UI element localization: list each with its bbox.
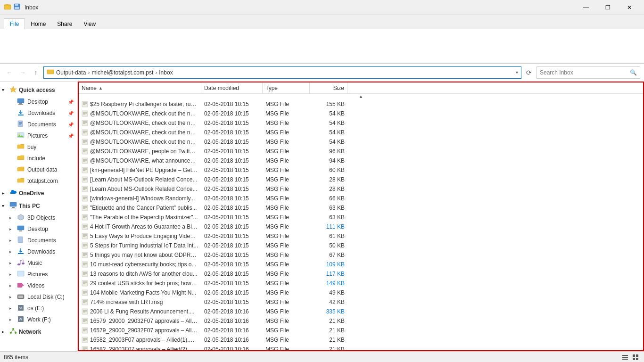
sidebar-item-include[interactable]: include — [6, 153, 77, 164]
svg-rect-160 — [622, 355, 628, 356]
sidebar-section-onedrive[interactable]: ▸ OneDrive — [0, 187, 77, 199]
address-dropdown-arrow[interactable]: ▾ — [516, 70, 518, 75]
table-row[interactable]: 4 Hot IT Growth Areas to Guarantee a Big… — [79, 222, 643, 231]
svg-rect-92 — [82, 224, 88, 230]
svg-rect-8 — [18, 104, 23, 105]
file-name: 104 Mobile Marketing Facts You Might N..… — [79, 288, 201, 297]
table-row[interactable]: 5 Steps for Turning Industrial IoT Data … — [79, 241, 643, 250]
sidebar-item-documents[interactable]: Documents 📌 — [6, 119, 77, 130]
table-row[interactable]: "The Parable of the Paperclip Maximizer"… — [79, 213, 643, 222]
col-header-size[interactable]: Size — [310, 82, 347, 94]
sidebar-item-totalpst[interactable]: totalpst.com — [6, 175, 77, 187]
sidebar-section-network[interactable]: ▸ Network — [0, 325, 77, 338]
svg-line-38 — [11, 330, 13, 332]
table-row[interactable]: $25 Raspberry Pi challenger is faster, r… — [79, 99, 643, 109]
tab-home[interactable]: Home — [25, 19, 51, 29]
network-label: Network — [19, 329, 41, 335]
ribbon: File Home Share View — [0, 15, 644, 64]
back-button[interactable]: ← — [4, 67, 15, 78]
tab-view[interactable]: View — [78, 19, 101, 29]
file-type: MSG File — [263, 109, 310, 118]
table-row[interactable]: [Learn About MS-Outlook Related Conce...… — [79, 175, 643, 184]
file-name: 4 Hot IT Growth Areas to Guarantee a Big… — [79, 222, 201, 231]
desktop2-label: Desktop — [27, 226, 48, 232]
sidebar-item-local-disk[interactable]: ▸ Local Disk (C:) — [6, 291, 77, 303]
table-row[interactable]: @MSOUTLOOKWARE, check out the noti... 02… — [79, 118, 643, 128]
sidebar-item-videos[interactable]: ▸ Videos — [6, 280, 77, 291]
file-name: [Learn About MS-Outlook Related Conce... — [79, 184, 201, 194]
path-folder-icon — [47, 68, 56, 77]
col-header-name[interactable]: Name ▲ — [79, 82, 201, 94]
sidebar-item-work-f[interactable]: ▸ W Work (F:) — [6, 314, 77, 325]
ribbon-bar — [0, 29, 644, 63]
os-e-label: os (E:) — [27, 305, 44, 312]
svg-rect-20 — [17, 226, 24, 230]
table-row[interactable]: 29 coolest USB sticks for tech pros; how… — [79, 279, 643, 288]
table-row[interactable]: [Learn About MS-Outlook Related Conce...… — [79, 184, 643, 194]
title-controls[interactable]: — ❒ ✕ — [575, 0, 640, 15]
tab-share[interactable]: Share — [51, 19, 78, 29]
table-row[interactable]: 16582_29003F07 approvals – Allied(1).msg… — [79, 335, 643, 345]
minimize-button[interactable]: — — [575, 0, 597, 15]
svg-point-15 — [18, 133, 20, 135]
refresh-button[interactable]: ⟳ — [523, 67, 535, 78]
table-row[interactable]: @MSOUTLOOKWARE, check out the noti... 02… — [79, 137, 643, 147]
table-row[interactable]: [windows-general-l] WIndows Randomly... … — [79, 194, 643, 203]
sidebar-item-downloads2[interactable]: ▸ Downloads — [6, 246, 77, 257]
sidebar-section-quick-access[interactable]: ▾ Quick access — [0, 83, 77, 96]
up-button[interactable]: ↑ — [30, 67, 41, 78]
breadcrumb-pst[interactable]: michel@totalpst.com.pst — [91, 69, 153, 76]
table-row[interactable]: @MSOUTLOOKWARE, check out the noti... 02… — [79, 109, 643, 118]
table-row[interactable]: [km-general-l] FileNet PE Upgrade – Gett… — [79, 165, 643, 175]
sidebar-item-pictures[interactable]: Pictures 📌 — [6, 130, 77, 141]
sidebar-item-desktop[interactable]: Desktop 📌 — [6, 96, 77, 107]
table-row[interactable]: 16582_29003F07 approvals – Allied(2).msg… — [79, 345, 643, 350]
forward-button[interactable]: → — [17, 67, 28, 78]
file-date: 02-05-2018 10:15 — [201, 175, 263, 184]
save-icon — [13, 3, 21, 12]
file-date: 02-05-2018 10:15 — [201, 260, 263, 269]
sidebar-item-documents2[interactable]: ▸ Documents — [6, 235, 77, 246]
file-date: 02-05-2018 10:15 — [201, 288, 263, 297]
view-details-button[interactable] — [620, 353, 630, 362]
close-button[interactable]: ✕ — [619, 0, 640, 15]
sidebar-item-outputdata[interactable]: Output-data — [6, 164, 77, 175]
sidebar-item-pictures2[interactable]: ▸ Pictures — [6, 269, 77, 280]
table-row[interactable]: 5 things you may not know about GDPR_...… — [79, 250, 643, 260]
table-row[interactable]: 714% increase with LRT.msg 02-05-2018 10… — [79, 297, 643, 307]
folder-include-icon — [17, 154, 25, 163]
view-tiles-button[interactable] — [631, 353, 640, 362]
table-row[interactable]: @MSOUTLOOKWARE, what announcem... 02-05-… — [79, 156, 643, 165]
table-row[interactable]: @MSOUTLOOKWARE, check out the noti... 02… — [79, 128, 643, 137]
file-size: 63 KB — [310, 203, 347, 213]
col-header-type[interactable]: Type — [263, 82, 310, 94]
table-row[interactable]: "Etiquette and the Cancer Patient" publi… — [79, 203, 643, 213]
sidebar-item-3dobjects[interactable]: ▸ 3D Objects — [6, 212, 77, 223]
breadcrumb-inbox[interactable]: Inbox — [159, 69, 173, 76]
sidebar-item-downloads[interactable]: Downloads 📌 — [6, 107, 77, 119]
sidebar-section-thispc[interactable]: ▾ This PC — [0, 199, 77, 212]
address-path[interactable]: Output-data › michel@totalpst.com.pst › … — [43, 66, 521, 79]
buy-label: buy — [27, 144, 36, 150]
svg-rect-166 — [636, 358, 638, 360]
maximize-button[interactable]: ❒ — [597, 0, 619, 15]
table-row[interactable]: 16579_29000_29032F07 approvals – Allied(… — [79, 316, 643, 326]
sidebar-item-os-e[interactable]: ▸ os os (E:) — [6, 303, 77, 314]
sidebar-item-desktop2[interactable]: ▸ Desktop — [6, 223, 77, 235]
table-row[interactable]: 13 reasons to ditch AWS for another clou… — [79, 269, 643, 279]
table-row[interactable]: 16579_29000_29032F07 approvals – Allied.… — [79, 326, 643, 335]
table-row[interactable]: 104 Mobile Marketing Facts You Might N..… — [79, 288, 643, 297]
search-box[interactable]: 🔍 — [537, 66, 640, 79]
search-input[interactable] — [540, 69, 630, 76]
table-row[interactable]: 10 must-read cybersecurity books; tips o… — [79, 260, 643, 269]
table-row[interactable]: 2006 Li & Fung Results Announcement.... … — [79, 307, 643, 316]
svg-rect-10 — [18, 121, 23, 127]
tab-file[interactable]: File — [4, 18, 25, 29]
table-row[interactable]: @MSOUTLOOKWARE, people on Twitter ... 02… — [79, 147, 643, 156]
svg-rect-132 — [82, 318, 88, 324]
table-row[interactable]: 5 Easy Ways to Produce Engaging Videos..… — [79, 231, 643, 241]
col-header-date[interactable]: Date modified — [201, 82, 263, 94]
sidebar-item-music[interactable]: ▸ Music — [6, 257, 77, 269]
breadcrumb-output-data[interactable]: Output-data — [56, 69, 86, 76]
sidebar-item-buy[interactable]: buy — [6, 141, 77, 153]
